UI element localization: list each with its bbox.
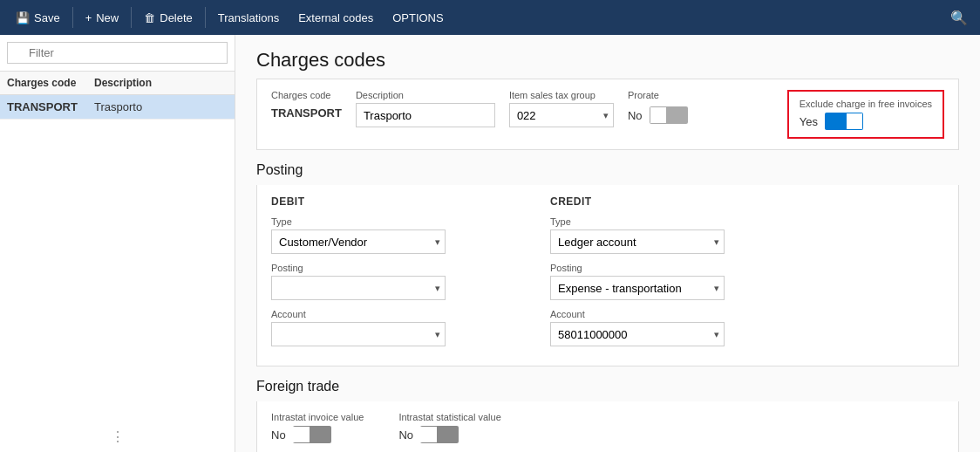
debit-type-label: Type: [271, 216, 515, 227]
credit-header: CREDIT: [550, 195, 794, 208]
save-button[interactable]: 💾 Save: [7, 6, 69, 30]
debit-type-select-wrap: Customer/Vendor: [271, 229, 446, 254]
debit-type-field: Type Customer/Vendor: [271, 216, 515, 254]
credit-account-select-wrap: 58011000000: [550, 322, 725, 346]
field-description: Description: [356, 90, 495, 127]
credit-type-select-wrap: Ledger account: [550, 229, 725, 254]
posting-section: DEBIT Type Customer/Vendor Posting: [256, 185, 959, 366]
debit-posting-field: Posting: [271, 263, 515, 300]
sidebar-cell-charges-code: TRANSPORT: [0, 95, 87, 119]
filter-area: 🔍: [0, 35, 235, 72]
charges-code-label: Charges code: [271, 90, 342, 100]
credit-type-field: Type Ledger account: [550, 216, 794, 254]
debit-posting-select[interactable]: [271, 276, 446, 300]
posting-section-title: Posting: [235, 150, 980, 185]
posting-columns: DEBIT Type Customer/Vendor Posting: [271, 195, 944, 355]
field-item-sales-tax: Item sales tax group 022: [509, 90, 614, 127]
save-icon: 💾: [16, 11, 30, 24]
credit-type-label: Type: [550, 216, 794, 227]
options-button[interactable]: OPTIONS: [384, 6, 453, 30]
intrastat-statistical-label: Intrastat statistical value: [398, 412, 500, 422]
main-content: Charges codes Charges code TRANSPORT Des…: [235, 35, 980, 452]
filter-wrap: 🔍: [7, 42, 228, 64]
debit-header: DEBIT: [271, 195, 515, 208]
nav-divider-3: [205, 7, 206, 28]
intrastat-statistical-toggle[interactable]: [420, 426, 459, 443]
debit-account-label: Account: [271, 309, 515, 319]
form-section: Charges code TRANSPORT Description Item …: [256, 79, 959, 150]
debit-account-field: Account: [271, 309, 515, 346]
delete-button[interactable]: 🗑 Delete: [135, 6, 201, 30]
sidebar-cell-description: Trasporto: [87, 95, 235, 119]
delete-icon: 🗑: [144, 11, 155, 24]
credit-account-field: Account 58011000000: [550, 309, 794, 346]
debit-posting-label: Posting: [271, 263, 515, 273]
intrastat-invoice-value-row: No: [271, 426, 364, 443]
intrastat-statistical-field: Intrastat statistical value No: [398, 412, 500, 443]
debit-account-select[interactable]: [271, 322, 446, 346]
item-sales-tax-label: Item sales tax group: [509, 90, 614, 100]
credit-posting-select[interactable]: Expense - transportation: [550, 276, 725, 300]
page-title: Charges codes: [235, 35, 980, 79]
foreign-trade-title: Foreign trade: [235, 366, 980, 401]
credit-account-label: Account: [550, 309, 794, 319]
credit-account-select[interactable]: 58011000000: [550, 322, 725, 346]
sidebar-header: Charges code Description: [0, 72, 235, 95]
filter-input[interactable]: [7, 42, 228, 64]
description-input[interactable]: [356, 103, 495, 127]
exclude-row: Yes: [800, 113, 932, 130]
prorate-value: No: [628, 109, 643, 122]
nav-divider: [72, 7, 73, 28]
credit-posting-field: Posting Expense - transportation: [550, 263, 794, 300]
search-button[interactable]: 🔍: [945, 4, 973, 31]
item-sales-tax-select-wrap: 022: [509, 103, 614, 127]
foreign-trade-section: Intrastat invoice value No Intrastat sta…: [256, 401, 959, 452]
exclude-value: Yes: [800, 115, 818, 128]
prorate-toggle[interactable]: [650, 106, 688, 124]
intrastat-statistical-value-row: No: [398, 426, 500, 443]
credit-column: CREDIT Type Ledger account Posting: [550, 195, 794, 355]
credit-posting-label: Posting: [550, 263, 794, 273]
sidebar-col-charges-code: Charges code: [0, 72, 87, 94]
field-row-main: Charges code TRANSPORT Description Item …: [271, 90, 944, 139]
intrastat-statistical-value: No: [398, 428, 413, 442]
sidebar-item[interactable]: TRANSPORT Trasporto: [0, 95, 235, 120]
exclude-toggle[interactable]: [825, 113, 863, 130]
field-charges-code: Charges code TRANSPORT: [271, 90, 342, 123]
search-icon: 🔍: [950, 10, 968, 25]
description-label: Description: [356, 90, 495, 100]
item-sales-tax-select[interactable]: 022: [509, 103, 614, 127]
credit-type-select[interactable]: Ledger account: [550, 229, 725, 254]
prorate-label: Prorate: [628, 90, 688, 100]
debit-type-select[interactable]: Customer/Vendor: [271, 229, 446, 254]
scroll-indicator: ⋮: [0, 421, 235, 452]
exclude-label: Exclude charge in free invoices: [800, 99, 932, 109]
translations-button[interactable]: Translations: [209, 6, 288, 30]
new-icon: +: [85, 11, 92, 24]
sidebar-col-description: Description: [87, 72, 235, 94]
debit-account-select-wrap: [271, 322, 446, 346]
intrastat-invoice-label: Intrastat invoice value: [271, 412, 364, 422]
credit-posting-select-wrap: Expense - transportation: [550, 276, 725, 300]
charges-code-value: TRANSPORT: [271, 103, 342, 123]
nav-divider-2: [131, 7, 132, 28]
exclude-box: Exclude charge in free invoices Yes: [787, 90, 944, 139]
external-codes-button[interactable]: External codes: [289, 6, 382, 30]
sidebar: 🔍 Charges code Description TRANSPORT Tra…: [0, 35, 235, 452]
new-button[interactable]: + New: [77, 6, 128, 30]
foreign-row: Intrastat invoice value No Intrastat sta…: [271, 412, 944, 443]
intrastat-invoice-field: Intrastat invoice value No: [271, 412, 364, 443]
debit-posting-select-wrap: [271, 276, 446, 300]
field-prorate: Prorate No: [628, 90, 688, 124]
intrastat-invoice-value: No: [271, 428, 286, 442]
intrastat-invoice-toggle[interactable]: [293, 426, 331, 443]
debit-column: DEBIT Type Customer/Vendor Posting: [271, 195, 515, 355]
top-navigation: 💾 Save + New 🗑 Delete Translations Exter…: [0, 0, 980, 35]
